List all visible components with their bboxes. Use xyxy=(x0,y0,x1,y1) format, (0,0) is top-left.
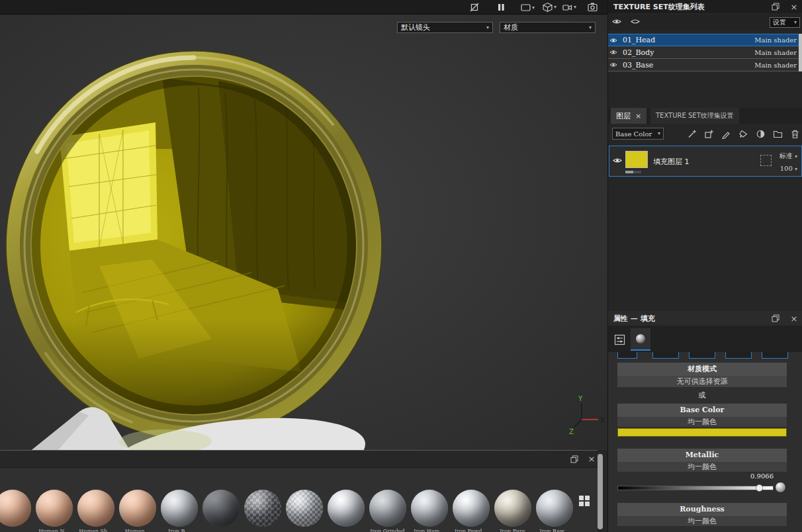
material-sphere[interactable] xyxy=(328,490,365,527)
fill-layer-icon[interactable] xyxy=(738,128,749,139)
pause-icon[interactable] xyxy=(497,3,506,12)
grid-view-icon[interactable] xyxy=(579,496,590,506)
channel-button-stub[interactable] xyxy=(652,352,679,359)
shelf-item[interactable]: Human N... xyxy=(33,490,75,532)
close-icon[interactable]: × xyxy=(789,2,799,11)
layer-thumbnail[interactable] xyxy=(625,151,648,168)
no-projection-icon[interactable] xyxy=(470,3,479,12)
shelf-item[interactable] xyxy=(0,490,33,532)
metallic-mode[interactable]: 均一颜色 xyxy=(617,462,787,472)
channel-button-stub[interactable] xyxy=(689,352,715,359)
shelf-item[interactable]: Human... xyxy=(116,490,158,532)
material-sphere[interactable] xyxy=(202,490,240,527)
substance-painter-window: ▾ ▾ ▾ xyxy=(0,0,802,532)
texture-set-row[interactable]: 01_Head Main shader xyxy=(608,34,799,46)
visibility-eye-icon[interactable] xyxy=(612,18,621,25)
base-color-swatch[interactable] xyxy=(617,428,787,437)
shelf-item[interactable]: Iron B... xyxy=(158,490,200,532)
base-color-header[interactable]: Base Color xyxy=(617,404,787,417)
shelf-item[interactable]: Iron Raw... xyxy=(533,490,575,532)
add-layer-icon[interactable] xyxy=(703,128,715,139)
metallic-slider-track[interactable] xyxy=(617,486,774,490)
display-settings-icon[interactable]: ▾ xyxy=(521,3,535,12)
tab-layers[interactable]: 图层 × xyxy=(611,108,646,124)
add-folder-icon[interactable] xyxy=(772,128,783,139)
camera-dropdown[interactable]: 默认镜头 ▾ xyxy=(397,22,493,33)
shelf-item[interactable]: Iron Pure xyxy=(492,490,533,532)
material-sphere[interactable] xyxy=(411,490,448,527)
shelf-item[interactable]: Iron Ham... xyxy=(408,490,450,532)
material-properties-tab[interactable] xyxy=(609,328,629,351)
channel-button-stub[interactable] xyxy=(617,352,637,359)
shelf-item[interactable] xyxy=(242,490,283,532)
channel-button-stub[interactable] xyxy=(762,352,788,359)
tab-layers-label: 图层 xyxy=(616,111,631,121)
layer-blend-mode[interactable]: 标准 ▾ xyxy=(780,152,797,161)
chevron-down-icon: ▾ xyxy=(658,131,660,136)
eye-icon[interactable] xyxy=(608,37,619,44)
metallic-header[interactable]: Metallic xyxy=(617,449,787,462)
texture-set-row[interactable]: 02_Body Main shader xyxy=(608,46,799,59)
shelf-item[interactable] xyxy=(200,490,242,532)
metallic-slider-handle[interactable] xyxy=(756,484,763,492)
material-sphere[interactable] xyxy=(244,490,281,527)
layer-name: 填充图层 1 xyxy=(653,157,690,167)
shading-mode-dropdown[interactable]: 材质 ▾ xyxy=(500,22,596,33)
material-sphere-tab[interactable] xyxy=(631,328,650,351)
paint-layer-icon[interactable] xyxy=(721,128,732,139)
material-label: Iron Raw... xyxy=(540,528,569,532)
texture-set-settings-button[interactable]: 设置 ▾ xyxy=(770,17,800,28)
smart-material-icon[interactable] xyxy=(755,128,766,139)
restore-window-icon[interactable] xyxy=(770,314,781,323)
texture-set-name: 01_Head xyxy=(623,36,655,44)
close-icon[interactable]: × xyxy=(789,314,799,323)
eye-icon[interactable] xyxy=(608,49,619,56)
material-sphere[interactable] xyxy=(119,490,156,527)
material-sphere[interactable] xyxy=(494,490,531,527)
shelf-item[interactable]: Human Sh... xyxy=(75,490,116,532)
roughness-mode[interactable]: 均一颜色 xyxy=(617,516,787,526)
base-color-mode[interactable]: 均一颜色 xyxy=(617,417,787,427)
tab-texture-set-settings[interactable]: TEXTURE SET纹理集设置 xyxy=(650,108,739,124)
material-sphere[interactable] xyxy=(536,490,573,527)
texture-set-scrollbar[interactable] xyxy=(799,34,802,71)
eye-icon[interactable] xyxy=(608,62,619,68)
add-effect-icon[interactable] xyxy=(686,128,697,139)
material-sphere[interactable] xyxy=(286,490,323,527)
material-sphere[interactable] xyxy=(369,490,406,527)
channel-dropdown[interactable]: Base Color ▾ xyxy=(612,128,664,140)
viewport-3d[interactable]: Y X Z 默认镜头 ▾ 材质 ▾ xyxy=(0,15,607,450)
layer-opacity[interactable]: 100 ▾ xyxy=(780,165,797,172)
material-mode-empty-text: 无可供选择资源 xyxy=(617,376,787,387)
metallic-color-disc[interactable] xyxy=(775,482,786,493)
shelf-scrollbar[interactable] xyxy=(598,454,603,529)
close-icon[interactable]: × xyxy=(586,454,597,463)
layer-row-fill-layer[interactable]: 填充图层 1 标准 ▾ 100 ▾ xyxy=(609,146,802,177)
restore-window-icon[interactable] xyxy=(569,455,580,464)
shelf-item[interactable] xyxy=(283,490,325,532)
material-sphere[interactable] xyxy=(0,490,31,527)
material-sphere[interactable] xyxy=(161,490,198,527)
restore-window-icon[interactable] xyxy=(770,2,781,11)
metallic-value[interactable]: 0.9066 xyxy=(617,472,774,480)
geometry-cube-icon[interactable]: ▾ xyxy=(543,2,557,13)
camera-icon[interactable]: ▾ xyxy=(562,3,576,12)
material-sphere[interactable] xyxy=(77,490,114,527)
layer-eye-icon[interactable] xyxy=(613,157,622,164)
texture-set-row[interactable]: 03_Base Main shader xyxy=(608,59,799,71)
visibility-options-icon[interactable] xyxy=(631,18,640,25)
material-mode-header[interactable]: 材质模式 xyxy=(617,363,787,376)
texture-set-list-header: TEXTURE SET纹理集列表 × xyxy=(608,0,802,13)
screenshot-icon[interactable] xyxy=(588,2,598,12)
roughness-header[interactable]: Roughness xyxy=(617,503,787,516)
channel-dropdown-value: Base Color xyxy=(615,130,652,138)
layer-mask-placeholder[interactable] xyxy=(760,155,772,166)
shelf-item[interactable]: Iron Grinded xyxy=(367,490,408,532)
shelf-item[interactable] xyxy=(325,490,367,532)
shelf-item[interactable]: Iron Pawd... xyxy=(450,490,492,532)
channel-button-stub[interactable] xyxy=(725,352,752,359)
delete-trash-icon[interactable] xyxy=(789,128,801,139)
material-sphere[interactable] xyxy=(453,490,490,527)
material-sphere[interactable] xyxy=(36,490,73,527)
tab-close-icon[interactable]: × xyxy=(635,112,641,120)
